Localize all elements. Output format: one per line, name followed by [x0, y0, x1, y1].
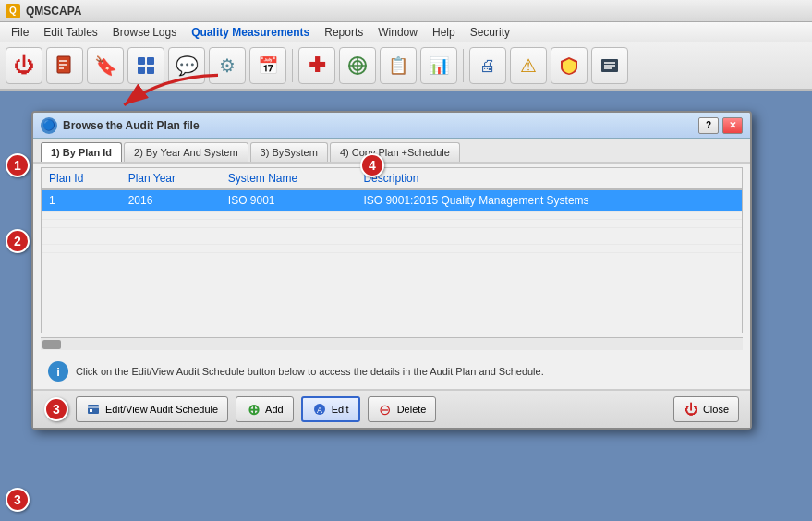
calendar-toolbar-btn[interactable]: 📅 — [249, 47, 286, 84]
horizontal-scrollbar[interactable] — [41, 337, 743, 350]
table-row-empty-4[interactable] — [42, 236, 742, 245]
app-title: QMSCAPA — [26, 5, 81, 18]
close-button[interactable]: ⏻ Close — [673, 396, 739, 422]
table-row[interactable]: 1 2016 ISO 9001 ISO 9001:2015 Quality Ma… — [42, 189, 742, 212]
menu-reports[interactable]: Reports — [317, 24, 370, 41]
edit-schedule-button[interactable]: Edit/View Audit Schedule — [76, 396, 228, 422]
dialog-help-btn[interactable]: ? — [698, 117, 719, 134]
table-row-empty-5[interactable] — [42, 245, 742, 253]
step-label-4: 4 — [360, 153, 384, 177]
svg-rect-2 — [59, 60, 67, 62]
dialog-close-btn[interactable]: ✕ — [722, 117, 743, 134]
table-row-empty-3[interactable] — [42, 228, 742, 236]
main-area: 1 2 3 4 🔵 Browse the Audit Plan file ? ✕ — [0, 91, 812, 521]
svg-rect-20 — [90, 409, 92, 412]
svg-rect-5 — [138, 57, 145, 65]
target-toolbar-btn[interactable] — [339, 47, 376, 84]
step-label-1: 1 — [6, 153, 30, 177]
shield-toolbar-btn[interactable] — [551, 47, 588, 84]
col-plan-year: Plan Year — [121, 168, 221, 189]
tab-by-year-system[interactable]: 2) By Year And System — [124, 142, 248, 162]
menu-edit-tables[interactable]: Edit Tables — [36, 24, 104, 41]
red-arrow — [70, 70, 218, 120]
table-row-empty-2[interactable] — [42, 220, 742, 228]
table-wrapper: Plan Id Plan Year System Name Descriptio… — [41, 167, 743, 333]
step-label-2: 2 — [6, 229, 30, 253]
cell-system-name: ISO 9001 — [221, 189, 357, 212]
tab-bar: 1) By Plan Id 2) By Year And System 3) B… — [33, 139, 750, 164]
chart-toolbar-btn[interactable]: 📊 — [420, 47, 457, 84]
close-btn-icon: ⏻ — [684, 402, 698, 417]
audit-plan-table: Plan Id Plan Year System Name Descriptio… — [42, 168, 742, 261]
title-bar: Q QMSCAPA — [0, 0, 812, 22]
menu-browse-logs[interactable]: Browse Logs — [105, 24, 184, 41]
info-area: i Click on the Edit/View Audit Schedule … — [33, 354, 750, 389]
step-label-3: 3 — [6, 488, 30, 512]
toolbar-sep-2 — [463, 49, 464, 82]
svg-rect-18 — [88, 405, 99, 414]
print-toolbar-btn[interactable]: 🖨 — [469, 47, 506, 84]
svg-rect-4 — [59, 67, 64, 69]
notes-toolbar-btn[interactable]: 📋 — [380, 47, 417, 84]
add-button[interactable]: ⊕ Add — [236, 396, 294, 422]
info-text: Click on the Edit/View Audit Schedule bu… — [76, 366, 544, 377]
menu-help[interactable]: Help — [425, 24, 463, 41]
toolbar-sep-1 — [292, 49, 293, 82]
list-toolbar-btn[interactable] — [591, 47, 628, 84]
edit-schedule-icon — [86, 402, 101, 417]
delete-button[interactable]: ⊖ Delete — [368, 396, 437, 422]
edit-icon: A — [312, 402, 327, 417]
dialog: 🔵 Browse the Audit Plan file ? ✕ 1) By P… — [31, 111, 752, 430]
power-toolbar-btn[interactable]: ⏻ — [6, 47, 42, 84]
svg-rect-3 — [59, 64, 67, 66]
menu-security[interactable]: Security — [463, 24, 517, 41]
add-toolbar-btn[interactable]: ✚ — [298, 47, 335, 84]
dialog-controls: ? ✕ — [698, 117, 743, 134]
scrollbar-thumb[interactable] — [42, 340, 61, 349]
dialog-title: Browse the Audit Plan file — [63, 119, 698, 132]
dialog-body: 1) By Plan Id 2) By Year And System 3) B… — [33, 139, 750, 428]
svg-text:A: A — [317, 406, 322, 415]
app-icon: Q — [6, 4, 20, 18]
tab-by-plan-id[interactable]: 1) By Plan Id — [41, 142, 122, 162]
cell-plan-id: 1 — [42, 189, 121, 212]
col-plan-id: Plan Id — [42, 168, 121, 189]
add-icon: ⊕ — [246, 402, 261, 417]
tab-by-system[interactable]: 3) BySystem — [250, 142, 328, 162]
warning-toolbar-btn[interactable]: ⚠ — [510, 47, 547, 84]
table-header-row: Plan Id Plan Year System Name Descriptio… — [42, 168, 742, 189]
info-icon: i — [48, 361, 68, 382]
dialog-title-icon: 🔵 — [41, 117, 57, 134]
cell-description: ISO 9001:2015 Quality Management Systems — [356, 189, 742, 212]
col-description: Description — [356, 168, 742, 189]
menu-file[interactable]: File — [4, 24, 36, 41]
menu-quality-measurements[interactable]: Quality Measurements — [184, 24, 317, 41]
menu-bar: File Edit Tables Browse Logs Quality Mea… — [0, 22, 812, 42]
tab-copy-plan[interactable]: 4) Copy Plan +Schedule — [330, 142, 460, 162]
table-row-empty-1[interactable] — [42, 212, 742, 220]
step-label-3-inline: 3 — [44, 397, 68, 421]
cell-plan-year: 2016 — [121, 189, 221, 212]
menu-window[interactable]: Window — [370, 24, 425, 41]
delete-icon: ⊖ — [378, 402, 393, 417]
edit-button[interactable]: A Edit — [301, 396, 360, 422]
col-system-name: System Name — [221, 168, 357, 189]
button-bar: 3 Edit/View Audit Schedule ⊕ Add A Edit — [33, 389, 750, 428]
svg-rect-6 — [147, 57, 154, 65]
table-row-empty-6[interactable] — [42, 253, 742, 261]
